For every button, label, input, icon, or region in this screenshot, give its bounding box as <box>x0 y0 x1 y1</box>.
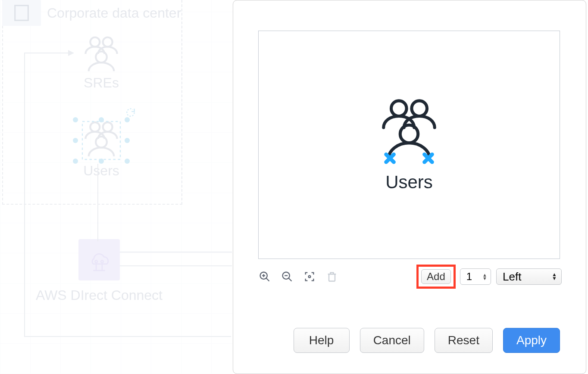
svg-point-22 <box>391 101 407 116</box>
svg-rect-37 <box>329 274 335 281</box>
svg-line-30 <box>266 278 269 281</box>
dialog-footer: Help Cancel Reset Apply <box>233 328 586 353</box>
edge <box>24 53 69 53</box>
delete-icon <box>325 269 339 284</box>
group-title: Corporate data center <box>47 5 181 21</box>
building-icon <box>2 0 41 26</box>
zoom-fit-icon[interactable] <box>302 269 317 284</box>
position-value: Left <box>503 270 521 284</box>
node-sres-label: SREs <box>67 75 136 91</box>
node-users-label: Users <box>67 163 136 179</box>
add-button[interactable]: Add <box>421 269 451 284</box>
svg-point-12 <box>96 52 107 63</box>
diagram-canvas[interactable]: Corporate data center SREs <box>0 0 233 374</box>
add-button-highlight: Add <box>416 265 456 289</box>
edge <box>97 164 98 241</box>
svg-point-21 <box>101 260 103 263</box>
group-header: Corporate data center <box>2 0 181 26</box>
users-icon <box>370 97 448 166</box>
svg-point-36 <box>309 276 311 278</box>
node-aws-label: AWS DIrect Connect <box>34 287 164 303</box>
position-select[interactable]: Left ▲▼ <box>496 268 562 285</box>
svg-point-10 <box>90 37 100 47</box>
svg-point-24 <box>400 125 418 143</box>
svg-point-13 <box>90 122 100 132</box>
svg-rect-16 <box>82 122 120 159</box>
select-chevron-icon: ▲▼ <box>552 273 557 280</box>
svg-point-15 <box>96 137 107 148</box>
edge <box>120 252 232 252</box>
edge <box>120 265 232 266</box>
apply-button[interactable]: Apply <box>503 328 560 353</box>
svg-point-11 <box>103 37 113 47</box>
arrowhead-icon <box>68 50 74 56</box>
node-aws-direct-connect[interactable]: AWS DIrect Connect <box>34 239 164 303</box>
preview-caption: Users <box>385 172 433 193</box>
help-button[interactable]: Help <box>294 328 350 353</box>
preview-box: Users <box>258 31 560 259</box>
svg-rect-0 <box>15 6 28 21</box>
svg-line-34 <box>289 278 292 281</box>
edge <box>24 53 25 337</box>
edge <box>24 336 231 337</box>
svg-point-14 <box>103 122 113 132</box>
stepper-arrows-icon[interactable]: ▲▼ <box>482 273 487 280</box>
svg-point-23 <box>412 101 427 116</box>
edit-style-dialog: Users Add <box>233 0 586 374</box>
refresh-icon[interactable] <box>125 107 136 118</box>
node-users[interactable]: Users <box>67 120 136 179</box>
zoom-in-icon[interactable] <box>257 269 272 284</box>
preview-toolbar: Add 1 ▲▼ Left ▲▼ <box>257 265 562 288</box>
count-value: 1 <box>466 271 472 283</box>
count-stepper[interactable]: 1 ▲▼ <box>460 268 491 285</box>
cancel-button[interactable]: Cancel <box>360 328 424 353</box>
zoom-out-icon[interactable] <box>280 269 294 284</box>
cloud-datacenter-icon <box>78 239 120 280</box>
reset-button[interactable]: Reset <box>435 328 493 353</box>
node-sres[interactable]: SREs <box>67 34 136 91</box>
svg-point-20 <box>95 260 97 263</box>
